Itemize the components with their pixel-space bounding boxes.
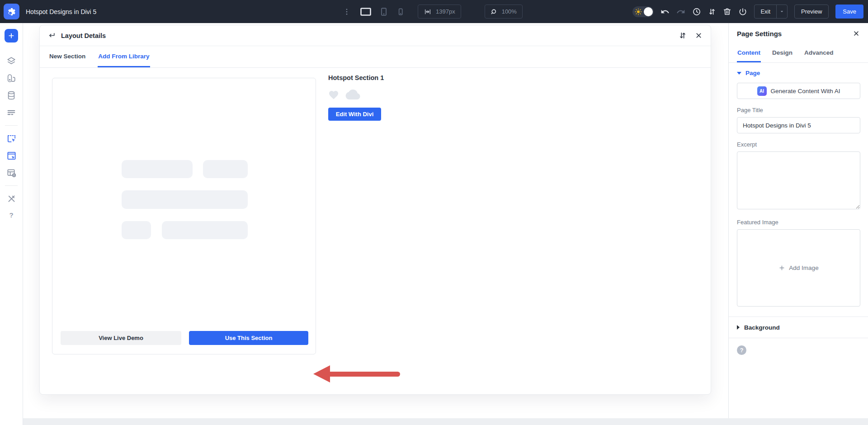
plus-icon [8,32,15,39]
add-image-label: Add Image [789,264,818,271]
layout-library-icon[interactable] [6,167,17,178]
section-placeholder-icons [328,89,361,100]
tools-wrench-icon[interactable] [6,193,17,204]
back-icon[interactable] [48,32,56,39]
tab-advanced[interactable]: Advanced [804,44,834,62]
close-icon[interactable] [695,32,703,39]
page-settings-panel: Page Settings Content Design Advanced Pa… [728,23,868,418]
exit-button-group: Exit [754,5,788,19]
excerpt-label: Excerpt [737,141,860,148]
tab-add-from-library[interactable]: Add From Library [98,46,150,67]
sort-layouts-icon[interactable] [679,31,687,40]
view-live-demo-button[interactable]: View Live Demo [61,331,181,345]
undo-icon[interactable] [660,7,670,16]
background-group-toggle[interactable]: Background [729,316,868,338]
generate-content-ai-button[interactable]: AI Generate Content With AI [737,83,860,99]
add-module-button[interactable] [5,29,18,42]
panel-help-icon[interactable]: ? [737,345,746,355]
skeleton-block [122,160,193,178]
top-bar: Hotspot Designs in Divi 5 1397px 100% [0,0,868,23]
gear-icon [7,7,16,16]
wireframe-rows-icon[interactable] [6,107,17,118]
panel-tab-bar: Content Design Advanced [729,44,868,63]
background-group-label: Background [744,324,780,331]
builder-canvas: Layout Details New Section Add From Libr… [23,23,728,418]
toggle-knob [644,7,653,16]
save-button[interactable]: Save [835,5,863,19]
exit-caret-button[interactable] [776,5,787,18]
database-icon[interactable] [6,90,17,101]
caret-down-icon [779,9,784,14]
redo-icon[interactable] [676,7,685,16]
canvas-width-value: 1397px [436,8,455,15]
tab-new-section[interactable]: New Section [49,46,86,67]
document-title: Hotspot Designs in Divi 5 [26,8,96,15]
cloud-icon [344,89,361,100]
ai-badge-icon: AI [757,86,767,96]
layout-details-modal: Layout Details New Section Add From Libr… [39,25,711,395]
sidebar-divider [5,125,18,126]
featured-image-label: Featured Image [737,219,860,226]
preview-button[interactable]: Preview [794,5,829,19]
ai-button-label: Generate Content With AI [771,88,840,94]
skeleton-block [203,160,248,178]
page-title-label: Page Title [737,107,860,113]
sun-icon [635,8,642,15]
layout-preview-card: View Live Demo Use This Section [52,78,316,354]
skeleton-block [162,221,248,239]
arrow-tail [329,372,400,377]
phone-view-icon[interactable] [396,7,405,16]
modal-body: View Live Demo Use This Section Hotspot … [40,68,711,394]
sort-arrows-icon[interactable] [708,7,716,16]
skeleton-block [122,221,151,239]
help-icon[interactable]: ? [9,211,13,219]
history-clock-icon[interactable] [692,7,701,16]
width-arrows-icon [424,8,432,15]
arrow-head [313,365,330,382]
sidebar-divider [5,185,18,186]
zoom-magnifier-icon [491,8,498,15]
kebab-menu-icon[interactable] [343,8,351,16]
panel-title: Page Settings [737,30,782,38]
panel-header: Page Settings [729,23,868,44]
insert-section-alt-icon[interactable] [6,150,17,161]
tablet-view-icon[interactable] [379,7,389,17]
builder-mode-toggle[interactable] [632,6,654,17]
use-this-section-button[interactable]: Use This Section [189,331,308,345]
red-pointer-arrow [313,365,400,382]
chevron-right-icon [737,325,740,330]
section-name: Hotspot Section 1 [328,74,384,81]
chevron-down-icon [737,72,741,75]
exit-button[interactable]: Exit [755,5,776,18]
skeleton-block [122,190,248,209]
modal-header: Layout Details [40,25,711,46]
modal-tab-bar: New Section Add From Library [40,46,711,68]
insert-section-icon[interactable] [6,133,17,144]
tab-content[interactable]: Content [737,44,761,62]
layers-icon[interactable] [6,56,17,66]
edit-with-divi-button[interactable]: Edit With Divi [328,108,381,121]
page-group-toggle[interactable]: Page [729,63,868,78]
heart-icon [328,90,340,100]
plus-icon [778,264,785,271]
power-icon[interactable] [738,7,747,16]
left-sidebar: ? [0,23,23,425]
zoom-level-value: 100% [502,8,517,15]
page-group-label: Page [745,70,760,76]
desktop-view-icon[interactable] [360,7,372,17]
tab-design[interactable]: Design [772,44,793,62]
zoom-level-field[interactable]: 100% [485,5,523,19]
excerpt-textarea[interactable] [737,151,860,209]
trash-icon[interactable] [723,7,731,16]
swatches-icon[interactable] [6,73,17,84]
page-title-input[interactable] [737,117,860,133]
add-image-dropzone[interactable]: Add Image [737,229,860,307]
modal-title: Layout Details [61,32,106,39]
panel-close-icon[interactable] [853,30,860,37]
canvas-width-field[interactable]: 1397px [418,5,461,19]
divi-logo[interactable] [4,4,19,19]
